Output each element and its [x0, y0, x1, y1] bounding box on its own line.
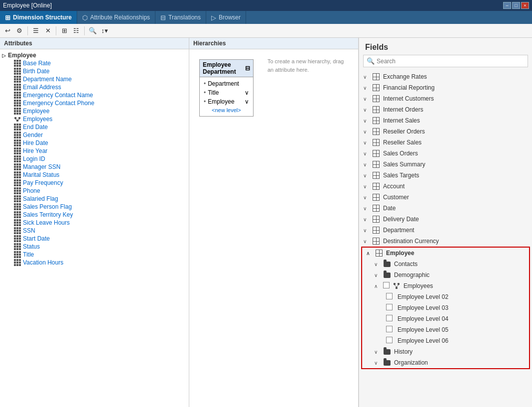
hierarchy-expand-icon[interactable]: ⊟ [245, 65, 250, 72]
attr-birth-date[interactable]: Birth Date [0, 67, 189, 75]
attr-label: Phone [23, 187, 40, 194]
attr-status[interactable]: Status [0, 243, 189, 251]
tab-bar: ⊞ Dimension Structure ⬡ Attribute Relati… [0, 11, 532, 24]
close-button[interactable]: × [521, 2, 529, 9]
field-organization[interactable]: ∨ Organization [362, 357, 529, 368]
field-exchange-rates[interactable]: ∨ Exchange Rates [359, 71, 532, 82]
field-employee-level-06[interactable]: Employee Level 06 [362, 335, 529, 346]
attr-label: Marital Status [23, 171, 59, 178]
table-icon [372, 73, 380, 81]
attr-icon-grid [14, 243, 21, 250]
toolbar-grid-button[interactable]: ⊞ [59, 25, 70, 36]
toolbar-settings-button[interactable]: ⚙ [14, 25, 25, 36]
attr-label: Sales Territory Key [23, 211, 73, 218]
maximize-button[interactable]: □ [512, 2, 520, 9]
field-label: Sales Summary [383, 161, 425, 168]
minimize-button[interactable]: – [503, 2, 511, 9]
field-sales-orders[interactable]: ∨ Sales Orders [359, 148, 532, 159]
field-reseller-orders[interactable]: ∨ Reseller Orders [359, 126, 532, 137]
attr-employee-root[interactable]: ▷ Employee [0, 51, 189, 59]
search-input[interactable] [377, 58, 525, 65]
attr-ssn[interactable]: SSN [0, 227, 189, 235]
checkbox-level-03[interactable] [386, 304, 393, 312]
field-internet-orders[interactable]: ∨ Internet Orders [359, 104, 532, 115]
field-internet-customers[interactable]: ∨ Internet Customers [359, 93, 532, 104]
toolbar-view-button[interactable]: ☰ [30, 25, 41, 36]
field-employee-level-04[interactable]: Employee Level 04 [362, 313, 529, 324]
attr-phone[interactable]: Phone [0, 187, 189, 195]
chevron-up-icon: ∧ [366, 251, 372, 256]
chevron-down-icon: ∨ [374, 349, 380, 355]
field-date[interactable]: ∨ Date [359, 203, 532, 214]
field-financial-reporting[interactable]: ∨ Financial Reporting [359, 82, 532, 93]
attr-icon-grid [14, 60, 21, 67]
field-label: Date [383, 205, 396, 212]
field-label: Destination Currency [383, 238, 439, 245]
field-account[interactable]: ∨ Account [359, 181, 532, 192]
attr-employee[interactable]: Employee [0, 107, 189, 115]
attr-emergency-contact-phone[interactable]: Emergency Contact Phone [0, 99, 189, 107]
field-employee-level-02[interactable]: Employee Level 02 [362, 291, 529, 302]
tab-translations[interactable]: ⊟ Translations [155, 11, 206, 24]
checkbox-level-04[interactable] [386, 315, 393, 323]
field-employee-root[interactable]: ∧ Employee [362, 248, 529, 259]
toolbar-sep-1 [27, 26, 28, 35]
field-sales-targets[interactable]: ∨ Sales Targets [359, 170, 532, 181]
attr-start-date[interactable]: Start Date [0, 235, 189, 243]
chevron-down-icon: ∨ [374, 360, 380, 366]
field-department[interactable]: ∨ Department [359, 225, 532, 236]
attr-pay-frequency[interactable]: Pay Frequency [0, 179, 189, 187]
attr-vacation-hours[interactable]: Vacation Hours [0, 259, 189, 267]
checkbox-level-05[interactable] [386, 326, 393, 334]
checkbox-employees[interactable] [383, 282, 390, 290]
field-label: Employee Level 04 [398, 315, 448, 322]
checkbox-level-02[interactable] [386, 293, 393, 301]
field-label: Employee Level 06 [398, 337, 448, 344]
toolbar-list-button[interactable]: ☷ [71, 25, 82, 36]
attr-emergency-contact-name[interactable]: Emergency Contact Name [0, 91, 189, 99]
attr-base-rate[interactable]: Base Rate [0, 59, 189, 67]
attr-sales-person-flag[interactable]: Sales Person Flag [0, 203, 189, 211]
field-internet-sales[interactable]: ∨ Internet Sales [359, 115, 532, 126]
toolbar-zoom-button[interactable]: 🔍 [87, 25, 98, 36]
attr-hire-year[interactable]: Hire Year [0, 147, 189, 155]
toolbar-undo-button[interactable]: ↩ [2, 25, 13, 36]
attr-icon-grid [14, 251, 21, 258]
field-destination-currency[interactable]: ∨ Destination Currency [359, 236, 532, 247]
field-reseller-sales[interactable]: ∨ Reseller Sales [359, 137, 532, 148]
tab-dimension-structure[interactable]: ⊞ Dimension Structure [0, 11, 77, 24]
hierarchy-level-department: • Department [204, 79, 249, 88]
attr-login-id[interactable]: Login ID [0, 155, 189, 163]
toolbar-delete-button[interactable]: ✕ [42, 25, 53, 36]
field-history[interactable]: ∨ History [362, 346, 529, 357]
attr-sick-leave-hours[interactable]: Sick Leave Hours [0, 219, 189, 227]
attr-gender[interactable]: Gender [0, 131, 189, 139]
field-contacts[interactable]: ∨ Contacts [362, 259, 529, 270]
attr-email-address[interactable]: Email Address [0, 83, 189, 91]
attr-department-name[interactable]: Department Name [0, 75, 189, 83]
field-employee-level-03[interactable]: Employee Level 03 [362, 302, 529, 313]
attr-salaried-flag[interactable]: Salaried Flag [0, 195, 189, 203]
toolbar-more-button[interactable]: ↕▾ [99, 25, 110, 36]
field-delivery-date[interactable]: ∨ Delivery Date [359, 214, 532, 225]
field-customer[interactable]: ∨ Customer [359, 192, 532, 203]
tab-attribute-relationships[interactable]: ⬡ Attribute Relationships [77, 11, 155, 24]
field-employees[interactable]: ∧ Employees [362, 280, 529, 291]
field-employee-level-05[interactable]: Employee Level 05 [362, 324, 529, 335]
chevron-down-icon: ∨ [374, 272, 380, 278]
attr-title[interactable]: Title [0, 251, 189, 259]
table-icon [372, 182, 380, 190]
field-sales-summary[interactable]: ∨ Sales Summary [359, 159, 532, 170]
attr-manager-ssn[interactable]: Manager SSN [0, 163, 189, 171]
attr-hire-date[interactable]: Hire Date [0, 139, 189, 147]
attr-employees[interactable]: Employees [0, 115, 189, 123]
tab-translations-label: Translations [168, 14, 201, 21]
attr-marital-status[interactable]: Marital Status [0, 171, 189, 179]
tab-browser[interactable]: ▷ Browser [206, 11, 246, 24]
field-demographic[interactable]: ∨ Demographic [362, 270, 529, 280]
field-label: Financial Reporting [383, 84, 434, 91]
attr-end-date[interactable]: End Date [0, 123, 189, 131]
hierarchy-new-level[interactable]: <new level> [204, 106, 249, 114]
checkbox-level-06[interactable] [386, 337, 393, 345]
attr-sales-territory-key[interactable]: Sales Territory Key [0, 211, 189, 219]
